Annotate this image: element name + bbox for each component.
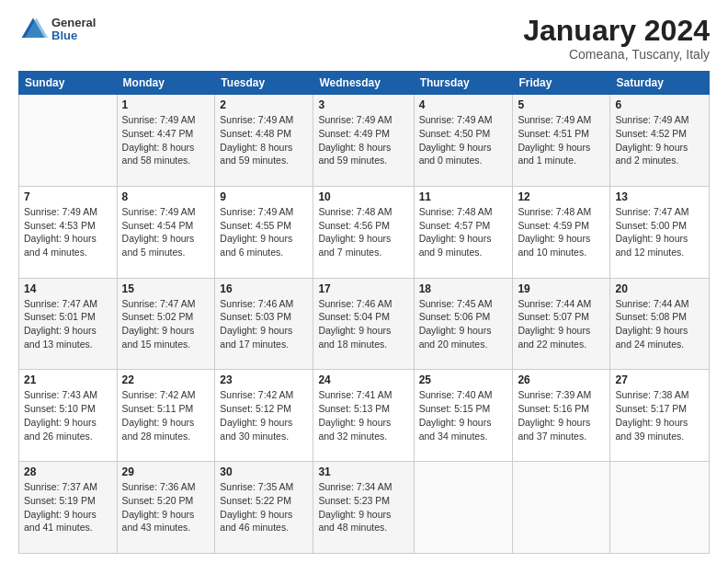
day-info: Sunrise: 7:49 AM Sunset: 4:49 PM Dayligh… (318, 113, 408, 167)
day-info: Sunrise: 7:39 AM Sunset: 5:16 PM Dayligh… (518, 388, 605, 442)
day-info: Sunrise: 7:37 AM Sunset: 5:19 PM Dayligh… (24, 480, 112, 534)
day-number: 8 (122, 190, 210, 203)
day-info: Sunrise: 7:40 AM Sunset: 5:15 PM Dayligh… (419, 388, 508, 442)
page: General Blue January 2024 Comeana, Tusca… (0, 0, 728, 563)
day-number: 1 (122, 98, 210, 111)
calendar-cell (513, 462, 610, 554)
day-info: Sunrise: 7:49 AM Sunset: 4:52 PM Dayligh… (615, 113, 704, 167)
calendar-cell: 26Sunrise: 7:39 AM Sunset: 5:16 PM Dayli… (513, 370, 610, 462)
calendar-cell: 12Sunrise: 7:48 AM Sunset: 4:59 PM Dayli… (513, 186, 610, 278)
calendar-cell: 20Sunrise: 7:44 AM Sunset: 5:08 PM Dayli… (610, 278, 710, 370)
calendar-table: Sunday Monday Tuesday Wednesday Thursday… (18, 71, 710, 554)
calendar-cell: 2Sunrise: 7:49 AM Sunset: 4:48 PM Daylig… (215, 95, 313, 187)
logo-text: General Blue (51, 17, 96, 43)
day-number: 27 (615, 373, 704, 386)
day-info: Sunrise: 7:47 AM Sunset: 5:00 PM Dayligh… (615, 205, 704, 259)
calendar-cell (19, 95, 118, 187)
day-number: 6 (615, 98, 704, 111)
subtitle: Comeana, Tuscany, Italy (523, 47, 710, 62)
day-info: Sunrise: 7:49 AM Sunset: 4:47 PM Dayligh… (122, 113, 210, 167)
day-info: Sunrise: 7:48 AM Sunset: 4:59 PM Dayligh… (518, 205, 605, 259)
day-info: Sunrise: 7:46 AM Sunset: 5:04 PM Dayligh… (318, 297, 408, 351)
weekday-row: Sunday Monday Tuesday Wednesday Thursday… (19, 72, 710, 95)
day-number: 19 (518, 282, 605, 295)
calendar-cell: 25Sunrise: 7:40 AM Sunset: 5:15 PM Dayli… (414, 370, 513, 462)
day-info: Sunrise: 7:49 AM Sunset: 4:55 PM Dayligh… (220, 205, 308, 259)
calendar-cell: 3Sunrise: 7:49 AM Sunset: 4:49 PM Daylig… (313, 95, 414, 187)
calendar-cell: 22Sunrise: 7:42 AM Sunset: 5:11 PM Dayli… (117, 370, 215, 462)
day-info: Sunrise: 7:44 AM Sunset: 5:07 PM Dayligh… (518, 297, 605, 351)
calendar-cell: 19Sunrise: 7:44 AM Sunset: 5:07 PM Dayli… (513, 278, 610, 370)
day-number: 7 (24, 190, 112, 203)
calendar-week-4: 28Sunrise: 7:37 AM Sunset: 5:19 PM Dayli… (19, 462, 710, 554)
calendar-cell: 23Sunrise: 7:42 AM Sunset: 5:12 PM Dayli… (215, 370, 313, 462)
calendar-week-1: 7Sunrise: 7:49 AM Sunset: 4:53 PM Daylig… (19, 186, 710, 278)
calendar-cell: 21Sunrise: 7:43 AM Sunset: 5:10 PM Dayli… (19, 370, 118, 462)
calendar-cell: 7Sunrise: 7:49 AM Sunset: 4:53 PM Daylig… (19, 186, 118, 278)
day-info: Sunrise: 7:47 AM Sunset: 5:01 PM Dayligh… (24, 297, 112, 351)
day-number: 12 (518, 190, 605, 203)
day-number: 2 (220, 98, 308, 111)
calendar-cell: 31Sunrise: 7:34 AM Sunset: 5:23 PM Dayli… (313, 462, 414, 554)
day-info: Sunrise: 7:34 AM Sunset: 5:23 PM Dayligh… (318, 480, 408, 534)
col-tuesday: Tuesday (215, 72, 313, 95)
day-info: Sunrise: 7:48 AM Sunset: 4:56 PM Dayligh… (318, 205, 408, 259)
day-number: 22 (122, 373, 210, 386)
day-number: 31 (318, 465, 408, 478)
day-info: Sunrise: 7:49 AM Sunset: 4:54 PM Dayligh… (122, 205, 210, 259)
day-number: 20 (615, 282, 704, 295)
day-number: 25 (419, 373, 508, 386)
calendar-cell: 18Sunrise: 7:45 AM Sunset: 5:06 PM Dayli… (414, 278, 513, 370)
day-number: 28 (24, 465, 112, 478)
day-info: Sunrise: 7:42 AM Sunset: 5:12 PM Dayligh… (220, 388, 308, 442)
calendar-cell: 11Sunrise: 7:48 AM Sunset: 4:57 PM Dayli… (414, 186, 513, 278)
day-number: 10 (318, 190, 408, 203)
calendar-cell: 17Sunrise: 7:46 AM Sunset: 5:04 PM Dayli… (313, 278, 414, 370)
main-title: January 2024 (523, 15, 710, 47)
calendar-cell: 10Sunrise: 7:48 AM Sunset: 4:56 PM Dayli… (313, 186, 414, 278)
day-info: Sunrise: 7:45 AM Sunset: 5:06 PM Dayligh… (419, 297, 508, 351)
calendar-cell: 16Sunrise: 7:46 AM Sunset: 5:03 PM Dayli… (215, 278, 313, 370)
day-number: 9 (220, 190, 308, 203)
calendar-cell: 6Sunrise: 7:49 AM Sunset: 4:52 PM Daylig… (610, 95, 710, 187)
calendar-cell: 1Sunrise: 7:49 AM Sunset: 4:47 PM Daylig… (117, 95, 215, 187)
day-info: Sunrise: 7:35 AM Sunset: 5:22 PM Dayligh… (220, 480, 308, 534)
logo-general-text: General (51, 17, 96, 29)
calendar-cell: 15Sunrise: 7:47 AM Sunset: 5:02 PM Dayli… (117, 278, 215, 370)
calendar-cell: 8Sunrise: 7:49 AM Sunset: 4:54 PM Daylig… (117, 186, 215, 278)
day-info: Sunrise: 7:44 AM Sunset: 5:08 PM Dayligh… (615, 297, 704, 351)
day-number: 15 (122, 282, 210, 295)
calendar-cell: 30Sunrise: 7:35 AM Sunset: 5:22 PM Dayli… (215, 462, 313, 554)
day-number: 18 (419, 282, 508, 295)
day-info: Sunrise: 7:49 AM Sunset: 4:48 PM Dayligh… (220, 113, 308, 167)
day-number: 21 (24, 373, 112, 386)
day-info: Sunrise: 7:49 AM Sunset: 4:50 PM Dayligh… (419, 113, 508, 167)
calendar-week-0: 1Sunrise: 7:49 AM Sunset: 4:47 PM Daylig… (19, 95, 710, 187)
day-number: 30 (220, 465, 308, 478)
day-number: 23 (220, 373, 308, 386)
calendar-cell: 4Sunrise: 7:49 AM Sunset: 4:50 PM Daylig… (414, 95, 513, 187)
col-monday: Monday (117, 72, 215, 95)
calendar-cell: 24Sunrise: 7:41 AM Sunset: 5:13 PM Dayli… (313, 370, 414, 462)
day-info: Sunrise: 7:49 AM Sunset: 4:53 PM Dayligh… (24, 205, 112, 259)
day-number: 3 (318, 98, 408, 111)
calendar-week-2: 14Sunrise: 7:47 AM Sunset: 5:01 PM Dayli… (19, 278, 710, 370)
day-number: 4 (419, 98, 508, 111)
day-info: Sunrise: 7:46 AM Sunset: 5:03 PM Dayligh… (220, 297, 308, 351)
logo-icon (18, 15, 48, 44)
logo-blue-text: Blue (51, 29, 96, 42)
day-number: 5 (518, 98, 605, 111)
calendar-week-3: 21Sunrise: 7:43 AM Sunset: 5:10 PM Dayli… (19, 370, 710, 462)
day-info: Sunrise: 7:41 AM Sunset: 5:13 PM Dayligh… (318, 388, 408, 442)
calendar-cell (610, 462, 710, 554)
col-wednesday: Wednesday (313, 72, 414, 95)
calendar-body: 1Sunrise: 7:49 AM Sunset: 4:47 PM Daylig… (19, 95, 710, 554)
header: General Blue January 2024 Comeana, Tusca… (18, 15, 710, 62)
col-sunday: Sunday (19, 72, 118, 95)
day-number: 14 (24, 282, 112, 295)
calendar-cell: 13Sunrise: 7:47 AM Sunset: 5:00 PM Dayli… (610, 186, 710, 278)
logo: General Blue (18, 15, 96, 44)
day-number: 24 (318, 373, 408, 386)
day-number: 29 (122, 465, 210, 478)
calendar-cell (414, 462, 513, 554)
